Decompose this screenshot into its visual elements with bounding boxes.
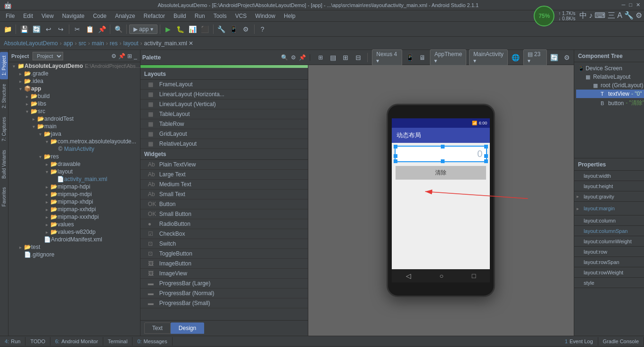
palette-item-checkbox[interactable]: ☑ CheckBox — [140, 229, 308, 239]
prop-row-style[interactable]: style — [574, 278, 644, 288]
menu-navigate[interactable]: Navigate — [58, 12, 88, 20]
palette-item-gridlayout[interactable]: ▦ GridLayout — [140, 129, 308, 139]
palette-item-relativelayout[interactable]: ▦ RelativeLayout — [140, 139, 308, 149]
panel-icon-pin[interactable]: 📌 — [118, 53, 125, 59]
palette-item-imageview[interactable]: 🖼 ImageView — [140, 269, 308, 279]
menu-help[interactable]: Help — [280, 12, 299, 20]
tree-item-mipmap-xxhdpi[interactable]: ▸ 📂 mipmap-xxhdpi — [8, 206, 140, 213]
toolbar-save[interactable]: 💾 — [18, 24, 30, 35]
tree-item-libs[interactable]: ▸ 📂 libs — [8, 100, 140, 107]
comp-item-textview[interactable]: T textView - "0" — [576, 90, 644, 98]
tree-item-layout[interactable]: ▾ 📂 layout — [8, 168, 140, 175]
palette-section-widgets[interactable]: Widgets — [140, 149, 308, 160]
bottom-tab-gradle-console[interactable]: Gradle Console — [598, 337, 644, 346]
menu-refactor[interactable]: Refactor — [140, 12, 169, 20]
palette-item-progressbar-small[interactable]: ▬ ProgressBar (Small) — [140, 298, 308, 308]
screen-size-btn[interactable]: 🖥 — [418, 52, 428, 63]
tree-item-mipmap-hdpi[interactable]: ▸ 📂 mipmap-hdpi — [8, 183, 140, 190]
palette-item-imagebutton[interactable]: 🖼 ImageButton — [140, 259, 308, 269]
tree-item-app[interactable]: ▾ 📦 app — [8, 85, 140, 92]
toolbar-search[interactable]: 🔍 — [113, 24, 124, 35]
tab-text[interactable]: Text — [144, 322, 171, 334]
bottom-tab-event-log[interactable]: 1 Event Log — [560, 337, 598, 346]
prop-row-layout-row[interactable]: layout:row — [574, 247, 644, 257]
help-button[interactable]: ? — [257, 24, 268, 35]
sdk-button[interactable]: 🔧 — [216, 24, 227, 35]
tab-design[interactable]: Design — [171, 322, 204, 334]
bc-app[interactable]: app — [64, 40, 73, 47]
toolbar-icons-right[interactable]: 中 ♪ ⌨ 三 A 🔧 ⚙ — [579, 11, 642, 21]
palette-item-tablelayout[interactable]: ▦ TableLayout — [140, 109, 308, 119]
tree-item-gitignore[interactable]: 📄 .gitignore — [8, 251, 140, 258]
bc-res[interactable]: res — [110, 40, 118, 47]
tree-item-mipmap-xxxhdpi[interactable]: ▸ 📂 mipmap-xxxhdpi — [8, 213, 140, 221]
theme-selector[interactable]: AppTheme ▾ — [430, 50, 466, 66]
palette-item-largetext[interactable]: Ab Large Text — [140, 170, 308, 180]
prop-row-layout-gravity[interactable]: ▸ layout:gravity □ — [574, 191, 644, 202]
prop-row-layout-columnspan[interactable]: layout:columnSpan 4 — [574, 226, 644, 236]
prop-row-layout-column[interactable]: layout:column — [574, 215, 644, 226]
toolbar-paste[interactable]: 📌 — [96, 24, 107, 35]
comp-item-relativelayout[interactable]: ▦ RelativeLayout — [576, 73, 644, 81]
prop-expander-gravity[interactable]: ▸ — [574, 194, 582, 199]
menu-run[interactable]: Run — [191, 12, 209, 20]
bc-src[interactable]: src — [79, 40, 86, 47]
tree-item-build[interactable]: ▸ 📂 build — [8, 92, 140, 100]
prop-row-layout-rowspan[interactable]: layout:rowSpan — [574, 257, 644, 267]
avd-button[interactable]: 📱 — [228, 24, 239, 35]
menu-view[interactable]: View — [38, 12, 58, 20]
vert-tab-project[interactable]: 1: Project — [0, 52, 8, 79]
tree-item-drawable[interactable]: ▸ 📂 drawable — [8, 160, 140, 168]
palette-item-button[interactable]: OK Button — [140, 199, 308, 209]
toolbar-copy[interactable]: 📋 — [84, 24, 95, 35]
tree-item-values-w820dp[interactable]: ▸ 📂 values-w820dp — [8, 228, 140, 236]
comp-item-device-screen[interactable]: 📱 Device Screen — [576, 64, 644, 73]
project-view-selector[interactable]: Project — [33, 52, 63, 60]
design-layout-3[interactable]: ⊟ — [354, 52, 363, 63]
tree-item-java[interactable]: ▾ 📂 java — [8, 130, 140, 138]
bottom-tab-android-monitor[interactable]: 6: Android Monitor — [50, 337, 103, 346]
palette-item-progressbar-normal[interactable]: ▬ ProgressBar (Normal) — [140, 289, 308, 298]
tree-item-androidtest[interactable]: ▸ 📂 androidTest — [8, 115, 140, 123]
palette-item-plaintextview[interactable]: Ab Plain TextView — [140, 160, 308, 170]
prop-expander-margin[interactable]: ▸ — [574, 206, 582, 211]
menu-code[interactable]: Code — [89, 12, 110, 20]
tree-item-main[interactable]: ▾ 📂 main — [8, 123, 140, 130]
tree-item-gradle[interactable]: ▸ 📂 .gradle — [8, 70, 140, 77]
palette-settings-icon[interactable]: ⚙ — [291, 54, 296, 61]
comp-item-root-gridlayout[interactable]: ▦ root (GridLayout) (6, 4, horizontal) — [576, 81, 644, 90]
prop-row-layout-rowweight[interactable]: layout:rowWeight — [574, 267, 644, 278]
toolbar-cut[interactable]: ✂ — [72, 24, 83, 35]
debug-button[interactable]: 🐛 — [175, 24, 186, 35]
tree-item-mipmap-mdpi[interactable]: ▸ 📂 mipmap-mdpi — [8, 190, 140, 198]
bottom-tab-messages[interactable]: 0: Messages — [132, 337, 172, 346]
menu-analyze[interactable]: Analyze — [111, 12, 139, 20]
palette-item-progressbar-large[interactable]: ▬ ProgressBar (Large) — [140, 279, 308, 289]
profile-button[interactable]: 📊 — [187, 24, 198, 35]
bottom-tab-run[interactable]: 4: Run — [0, 337, 25, 346]
palette-item-switch[interactable]: ⊡ Switch — [140, 239, 308, 249]
toolbar-redo[interactable]: ↪ — [55, 24, 66, 35]
panel-icon-expand[interactable]: ⊞ — [127, 53, 132, 59]
comp-item-button[interactable]: B button - "清除" — [576, 98, 644, 108]
tree-item-activity-xml[interactable]: 📄 activity_main.xml — [8, 175, 140, 183]
tree-item-values[interactable]: ▸ 📂 values — [8, 221, 140, 228]
tree-item-test[interactable]: ▸ 📂 test — [8, 243, 140, 251]
prop-row-layout-width[interactable]: layout:width match_parent — [574, 171, 644, 181]
design-settings[interactable]: ⚙ — [562, 52, 572, 63]
prop-row-layout-margin[interactable]: ▸ layout:margin [↕ 2pt, ↔ 2pt, ↕↔] — [574, 202, 644, 215]
tree-item-package[interactable]: ▾ 📂 com.metrox.absolutelayoutde... — [8, 138, 140, 145]
tree-item-idea[interactable]: ▸ 📂 .idea — [8, 77, 140, 85]
bc-project[interactable]: AbsoluteLayoutDemo — [4, 40, 58, 47]
design-zoom-fit[interactable]: ⊞ — [316, 52, 326, 63]
palette-item-togglebutton[interactable]: ⊡ ToggleButton — [140, 249, 308, 259]
palette-section-layouts[interactable]: Layouts — [140, 69, 308, 80]
panel-icon-minimize[interactable]: _ — [134, 53, 137, 59]
palette-item-framelayout[interactable]: ▦ FrameLayout — [140, 80, 308, 90]
palette-item-smallbutton[interactable]: OK Small Button — [140, 209, 308, 219]
vert-tab-structure[interactable]: 2: Structure — [0, 80, 8, 112]
palette-item-mediumtext[interactable]: Ab Medium Text — [140, 180, 308, 190]
tree-item-src[interactable]: ▾ 📂 src — [8, 107, 140, 115]
vert-tab-build[interactable]: Build Variants — [0, 146, 8, 182]
menu-vcs[interactable]: VCS — [231, 12, 251, 20]
